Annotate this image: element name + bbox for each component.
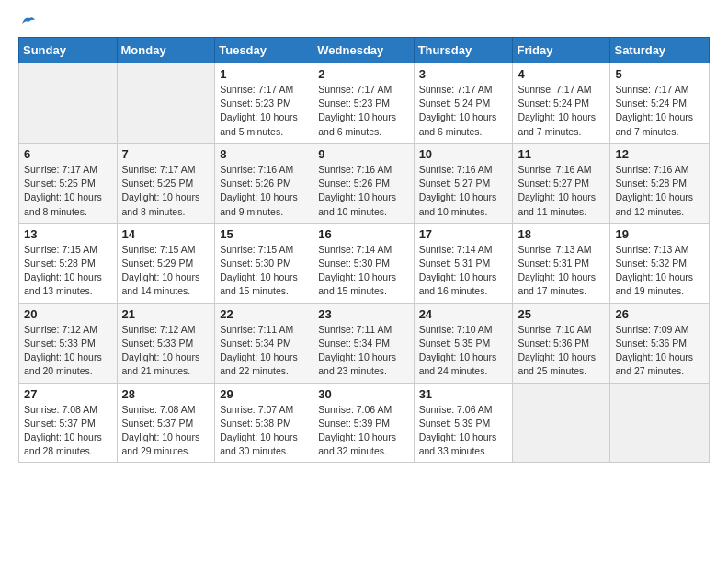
day-number: 24 [419,307,508,321]
day-number: 22 [220,307,308,321]
calendar-header-saturday: Saturday [610,38,710,63]
day-number: 16 [318,227,408,241]
page: SundayMondayTuesdayWednesdayThursdayFrid… [0,0,728,477]
calendar-cell: 22Sunrise: 7:11 AM Sunset: 5:34 PM Dayli… [215,303,313,383]
calendar-header-tuesday: Tuesday [215,38,313,63]
calendar-cell: 21Sunrise: 7:12 AM Sunset: 5:33 PM Dayli… [117,303,215,383]
day-number: 31 [419,387,508,401]
calendar-cell: 5Sunrise: 7:17 AM Sunset: 5:24 PM Daylig… [610,63,710,144]
calendar-header-friday: Friday [513,38,610,63]
day-info: Sunrise: 7:15 AM Sunset: 5:28 PM Dayligh… [24,243,112,299]
day-info: Sunrise: 7:16 AM Sunset: 5:28 PM Dayligh… [615,163,704,219]
day-number: 18 [518,227,605,241]
day-info: Sunrise: 7:12 AM Sunset: 5:33 PM Dayligh… [122,323,210,379]
day-number: 1 [220,67,308,81]
day-info: Sunrise: 7:17 AM Sunset: 5:24 PM Dayligh… [419,83,508,139]
calendar-header-thursday: Thursday [414,38,513,63]
calendar-cell: 26Sunrise: 7:09 AM Sunset: 5:36 PM Dayli… [610,303,710,383]
day-number: 29 [220,387,308,401]
calendar-cell: 12Sunrise: 7:16 AM Sunset: 5:28 PM Dayli… [610,143,710,223]
day-info: Sunrise: 7:09 AM Sunset: 5:36 PM Dayligh… [615,323,704,379]
day-info: Sunrise: 7:08 AM Sunset: 5:37 PM Dayligh… [24,403,112,459]
day-number: 7 [122,147,210,161]
day-number: 12 [615,147,704,161]
calendar-cell [19,63,118,144]
calendar-header-wednesday: Wednesday [313,38,414,63]
day-number: 11 [518,147,605,161]
calendar-cell: 20Sunrise: 7:12 AM Sunset: 5:33 PM Dayli… [19,303,118,383]
calendar-cell: 6Sunrise: 7:17 AM Sunset: 5:25 PM Daylig… [19,143,118,223]
day-info: Sunrise: 7:11 AM Sunset: 5:34 PM Dayligh… [220,323,308,379]
day-number: 5 [615,67,704,81]
day-number: 2 [318,67,408,81]
day-info: Sunrise: 7:14 AM Sunset: 5:31 PM Dayligh… [419,243,508,299]
calendar-cell [610,383,710,463]
calendar-cell: 7Sunrise: 7:17 AM Sunset: 5:25 PM Daylig… [117,143,215,223]
calendar-cell: 15Sunrise: 7:15 AM Sunset: 5:30 PM Dayli… [215,223,313,303]
calendar-cell: 11Sunrise: 7:16 AM Sunset: 5:27 PM Dayli… [513,143,610,223]
day-info: Sunrise: 7:16 AM Sunset: 5:26 PM Dayligh… [318,163,408,219]
calendar-cell [513,383,610,463]
logo [18,15,37,28]
calendar-header-row: SundayMondayTuesdayWednesdayThursdayFrid… [19,38,710,63]
day-info: Sunrise: 7:15 AM Sunset: 5:30 PM Dayligh… [220,243,308,299]
day-info: Sunrise: 7:13 AM Sunset: 5:31 PM Dayligh… [518,243,605,299]
calendar-week-2: 6Sunrise: 7:17 AM Sunset: 5:25 PM Daylig… [19,143,710,223]
day-number: 15 [220,227,308,241]
calendar-cell: 17Sunrise: 7:14 AM Sunset: 5:31 PM Dayli… [414,223,513,303]
day-number: 25 [518,307,605,321]
day-info: Sunrise: 7:17 AM Sunset: 5:24 PM Dayligh… [518,83,605,139]
day-number: 4 [518,67,605,81]
calendar: SundayMondayTuesdayWednesdayThursdayFrid… [18,37,710,463]
calendar-cell: 1Sunrise: 7:17 AM Sunset: 5:23 PM Daylig… [215,63,313,144]
day-info: Sunrise: 7:14 AM Sunset: 5:30 PM Dayligh… [318,243,408,299]
day-number: 26 [615,307,704,321]
calendar-cell: 24Sunrise: 7:10 AM Sunset: 5:35 PM Dayli… [414,303,513,383]
day-info: Sunrise: 7:17 AM Sunset: 5:25 PM Dayligh… [122,163,210,219]
day-info: Sunrise: 7:10 AM Sunset: 5:35 PM Dayligh… [419,323,508,379]
day-number: 14 [122,227,210,241]
calendar-cell: 10Sunrise: 7:16 AM Sunset: 5:27 PM Dayli… [414,143,513,223]
day-info: Sunrise: 7:17 AM Sunset: 5:23 PM Dayligh… [220,83,308,139]
day-number: 28 [122,387,210,401]
calendar-cell: 27Sunrise: 7:08 AM Sunset: 5:37 PM Dayli… [19,383,118,463]
day-info: Sunrise: 7:13 AM Sunset: 5:32 PM Dayligh… [615,243,704,299]
calendar-week-5: 27Sunrise: 7:08 AM Sunset: 5:37 PM Dayli… [19,383,710,463]
calendar-cell: 9Sunrise: 7:16 AM Sunset: 5:26 PM Daylig… [313,143,414,223]
day-number: 10 [419,147,508,161]
day-number: 6 [24,147,112,161]
calendar-header-monday: Monday [117,38,215,63]
day-info: Sunrise: 7:10 AM Sunset: 5:36 PM Dayligh… [518,323,605,379]
day-info: Sunrise: 7:06 AM Sunset: 5:39 PM Dayligh… [318,403,408,459]
day-info: Sunrise: 7:12 AM Sunset: 5:33 PM Dayligh… [24,323,112,379]
day-number: 20 [24,307,112,321]
day-number: 17 [419,227,508,241]
day-info: Sunrise: 7:17 AM Sunset: 5:24 PM Dayligh… [615,83,704,139]
calendar-cell: 31Sunrise: 7:06 AM Sunset: 5:39 PM Dayli… [414,383,513,463]
calendar-week-4: 20Sunrise: 7:12 AM Sunset: 5:33 PM Dayli… [19,303,710,383]
calendar-header-sunday: Sunday [19,38,118,63]
day-number: 9 [318,147,408,161]
day-info: Sunrise: 7:07 AM Sunset: 5:38 PM Dayligh… [220,403,308,459]
calendar-cell: 4Sunrise: 7:17 AM Sunset: 5:24 PM Daylig… [513,63,610,144]
calendar-week-3: 13Sunrise: 7:15 AM Sunset: 5:28 PM Dayli… [19,223,710,303]
calendar-cell: 18Sunrise: 7:13 AM Sunset: 5:31 PM Dayli… [513,223,610,303]
calendar-cell: 29Sunrise: 7:07 AM Sunset: 5:38 PM Dayli… [215,383,313,463]
day-info: Sunrise: 7:16 AM Sunset: 5:27 PM Dayligh… [518,163,605,219]
day-number: 13 [24,227,112,241]
calendar-cell: 3Sunrise: 7:17 AM Sunset: 5:24 PM Daylig… [414,63,513,144]
day-info: Sunrise: 7:16 AM Sunset: 5:26 PM Dayligh… [220,163,308,219]
calendar-cell: 2Sunrise: 7:17 AM Sunset: 5:23 PM Daylig… [313,63,414,144]
calendar-cell: 8Sunrise: 7:16 AM Sunset: 5:26 PM Daylig… [215,143,313,223]
calendar-cell: 19Sunrise: 7:13 AM Sunset: 5:32 PM Dayli… [610,223,710,303]
day-number: 19 [615,227,704,241]
calendar-week-1: 1Sunrise: 7:17 AM Sunset: 5:23 PM Daylig… [19,63,710,144]
calendar-cell: 28Sunrise: 7:08 AM Sunset: 5:37 PM Dayli… [117,383,215,463]
day-info: Sunrise: 7:16 AM Sunset: 5:27 PM Dayligh… [419,163,508,219]
day-info: Sunrise: 7:06 AM Sunset: 5:39 PM Dayligh… [419,403,508,459]
day-number: 27 [24,387,112,401]
logo-text [18,15,37,28]
calendar-cell: 23Sunrise: 7:11 AM Sunset: 5:34 PM Dayli… [313,303,414,383]
day-number: 21 [122,307,210,321]
calendar-cell [117,63,215,144]
